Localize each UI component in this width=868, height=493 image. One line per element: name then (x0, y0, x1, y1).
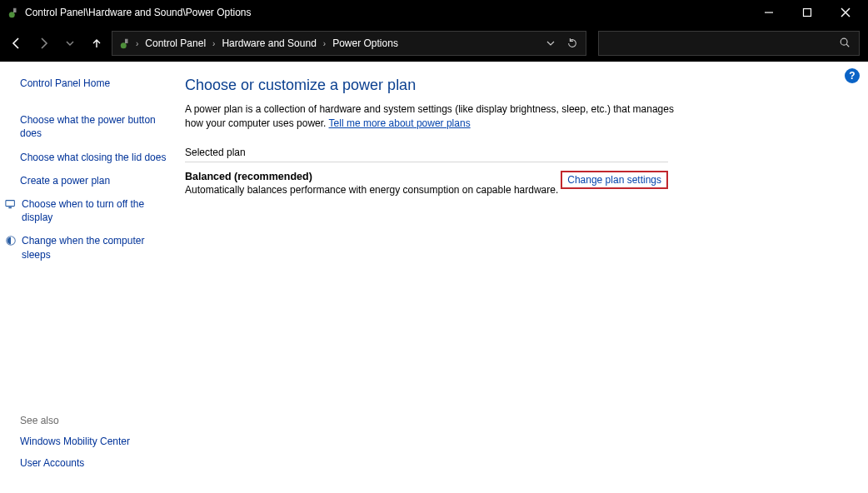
svg-point-6 (121, 42, 127, 48)
breadcrumb-item[interactable]: Hardware and Sound (218, 37, 319, 49)
chevron-right-icon: › (322, 39, 327, 48)
search-icon (839, 37, 852, 50)
sidebar: Control Panel Home Choose what the power… (0, 62, 175, 493)
title-bar: Control Panel\Hardware and Sound\Power O… (0, 0, 868, 25)
breadcrumb-item[interactable]: Control Panel (142, 37, 209, 49)
page-heading: Choose or customize a power plan (185, 77, 835, 94)
see-also-label: See also (20, 415, 167, 426)
svg-line-9 (846, 44, 849, 47)
svg-point-8 (841, 38, 847, 45)
display-icon (5, 198, 17, 210)
change-plan-settings-link[interactable]: Change plan settings (561, 171, 668, 189)
sidebar-link[interactable]: Choose what closing the lid does (20, 151, 167, 164)
window-title: Control Panel\Hardware and Sound\Power O… (25, 7, 252, 18)
control-panel-home-link[interactable]: Control Panel Home (20, 77, 167, 90)
plan-name: Balanced (recommended) (185, 171, 561, 182)
page-description: A power plan is a collection of hardware… (185, 102, 685, 132)
minimize-button[interactable] (750, 0, 788, 25)
svg-rect-7 (125, 39, 128, 43)
maximize-button[interactable] (788, 0, 826, 25)
address-bar[interactable]: › Control Panel › Hardware and Sound › P… (112, 31, 586, 56)
forward-button[interactable] (32, 32, 55, 55)
sleep-icon (5, 235, 17, 246)
svg-rect-3 (804, 9, 811, 17)
chevron-right-icon: › (134, 39, 140, 48)
sidebar-link[interactable]: Change when the computer sleeps (22, 234, 167, 261)
refresh-button[interactable] (562, 32, 582, 55)
location-icon (117, 36, 132, 51)
svg-rect-1 (13, 8, 17, 12)
section-label: Selected plan (185, 147, 668, 162)
search-box[interactable] (598, 31, 860, 56)
breadcrumb-item[interactable]: Power Options (329, 37, 402, 49)
up-button[interactable] (85, 32, 108, 55)
svg-rect-10 (6, 201, 15, 207)
power-plan-row: Balanced (recommended) Automatically bal… (185, 171, 668, 196)
see-also-section: See also Windows Mobility Center User Ac… (20, 415, 167, 485)
content-area: ? Control Panel Home Choose what the pow… (0, 62, 868, 493)
close-button[interactable] (826, 0, 865, 25)
learn-more-link[interactable]: Tell me more about power plans (329, 117, 471, 129)
back-button[interactable] (5, 32, 28, 55)
see-also-link[interactable]: User Accounts (20, 456, 167, 470)
app-icon (7, 6, 20, 19)
sidebar-link[interactable]: Choose what the power button does (20, 113, 167, 140)
recent-locations-button[interactable] (58, 32, 82, 55)
main-panel: Choose or customize a power plan A power… (175, 62, 868, 493)
address-dropdown-button[interactable] (541, 32, 561, 55)
nav-bar: › Control Panel › Hardware and Sound › P… (0, 25, 868, 62)
svg-point-0 (9, 12, 15, 17)
svg-rect-11 (8, 207, 12, 208)
see-also-link[interactable]: Windows Mobility Center (20, 435, 167, 448)
sidebar-link[interactable]: Create a power plan (20, 174, 167, 187)
chevron-right-icon: › (211, 39, 217, 48)
plan-description: Automatically balances performance with … (185, 184, 561, 196)
sidebar-link[interactable]: Choose when to turn off the display (22, 197, 167, 224)
